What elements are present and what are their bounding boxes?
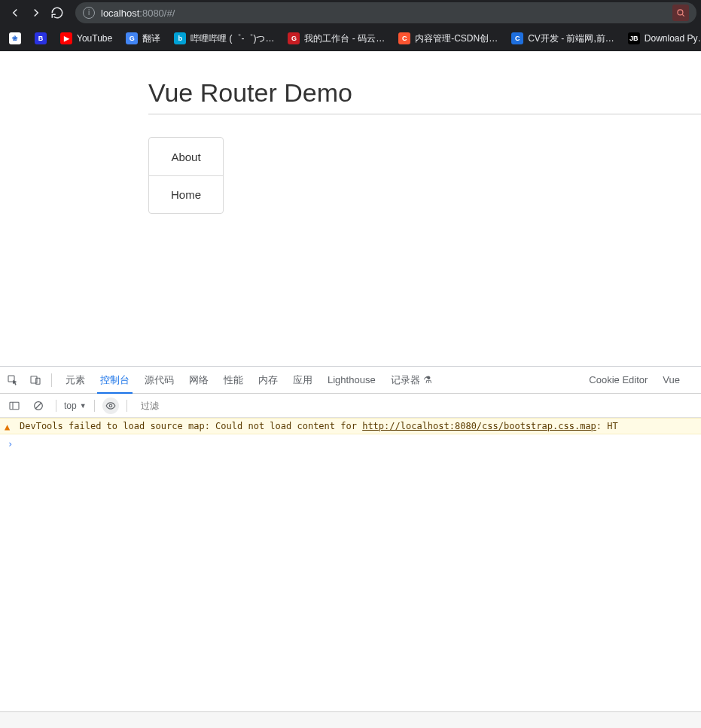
bookmark-favicon: JB: [628, 32, 640, 44]
svg-rect-4: [10, 402, 19, 409]
bookmark-label: 哔哩哔哩 (゜-゜)つ…: [190, 32, 274, 45]
title-divider: [148, 114, 701, 114]
separator: [56, 400, 56, 412]
bookmark-label: YouTube: [77, 33, 112, 44]
console-filter-input[interactable]: [135, 401, 254, 411]
devtools-tab-label: Lighthouse: [328, 374, 376, 385]
bookmark-label: 我的工作台 - 码云…: [304, 32, 385, 45]
devtools-tab[interactable]: Lighthouse: [320, 367, 383, 394]
bookmark-label: CV开发 - 前端网,前…: [528, 32, 614, 45]
devtools-panel: 元素控制台源代码网络性能内存应用Lighthouse记录器⚗ Cookie Ed…: [0, 366, 701, 728]
devtools-tab-label: 性能: [224, 373, 243, 387]
console-prompt[interactable]: ›: [0, 434, 701, 454]
nav-row: i localhost:8080/#/: [0, 0, 701, 26]
router-link-list: AboutHome: [148, 137, 224, 214]
bookmark-item[interactable]: C内容管理-CSDN创…: [392, 29, 504, 48]
bookmark-favicon: ❀: [9, 32, 21, 44]
bookmark-item[interactable]: G我的工作台 - 码云…: [282, 29, 391, 48]
url-host: localhost:8080/#/: [101, 8, 175, 19]
devtools-footer: [0, 711, 701, 728]
bookmark-label: 翻译: [142, 32, 160, 45]
devtools-tab-bar: 元素控制台源代码网络性能内存应用Lighthouse记录器⚗ Cookie Ed…: [0, 367, 701, 394]
router-link-home[interactable]: Home: [149, 175, 223, 213]
devtools-tab[interactable]: 元素: [58, 367, 93, 394]
devtools-tab-label: 源代码: [145, 373, 174, 387]
chevron-down-icon: ▼: [80, 402, 87, 410]
bookmark-favicon: G: [288, 32, 300, 44]
svg-point-6: [109, 404, 112, 407]
devtools-tab-label: 记录器: [391, 373, 420, 387]
warning-url-link[interactable]: http://localhost:8080/css/bootstrap.css.…: [362, 421, 596, 431]
flask-icon: ⚗: [423, 374, 432, 385]
devtools-tab-label: 应用: [293, 373, 312, 387]
address-bar[interactable]: i localhost:8080/#/: [75, 2, 696, 23]
console-context-label: top: [64, 401, 77, 411]
console-warning-row[interactable]: ▲ DevTools failed to load source map: Co…: [0, 418, 701, 434]
bookmark-item[interactable]: JBDownload Py…: [622, 29, 701, 47]
separator: [51, 373, 52, 387]
devtools-extension-tab[interactable]: Vue: [655, 367, 687, 394]
separator: [126, 400, 127, 412]
bookmark-favicon: ▶: [60, 32, 72, 44]
bookmarks-bar: ❀B▶YouTubeG翻译b哔哩哔哩 (゜-゜)つ…G我的工作台 - 码云…C内…: [0, 26, 701, 51]
console-context-selector[interactable]: top ▼: [64, 401, 87, 411]
warning-text-suffix: : HT: [596, 421, 618, 431]
site-info-icon[interactable]: i: [83, 7, 95, 19]
separator: [94, 400, 95, 412]
forward-button[interactable]: [26, 2, 47, 23]
devtools-tab[interactable]: 应用: [285, 367, 320, 394]
bookmark-favicon: G: [126, 32, 138, 44]
browser-chrome: i localhost:8080/#/ ❀B▶YouTubeG翻译b哔哩哔哩 (…: [0, 0, 701, 51]
console-output: ▲ DevTools failed to load source map: Co…: [0, 418, 701, 711]
console-sidebar-toggle-icon[interactable]: [5, 396, 24, 416]
bookmark-item[interactable]: ▶YouTube: [54, 29, 118, 47]
bookmark-item[interactable]: ❀: [3, 29, 27, 47]
bookmark-favicon: C: [398, 32, 410, 44]
devtools-tab[interactable]: 控制台: [93, 367, 137, 394]
warning-text-prefix: DevTools failed to load source map: Coul…: [20, 421, 362, 431]
page-content: Vue Router Demo AboutHome: [0, 51, 701, 366]
page-title: Vue Router Demo: [148, 78, 701, 111]
bookmark-item[interactable]: CCV开发 - 前端网,前…: [505, 29, 620, 48]
bookmark-label: 内容管理-CSDN创…: [415, 32, 498, 45]
clear-console-icon[interactable]: [29, 396, 48, 416]
devtools-tab[interactable]: 内存: [251, 367, 285, 394]
svg-point-0: [678, 10, 683, 15]
live-expression-icon[interactable]: [102, 398, 119, 414]
devtools-tab[interactable]: 记录器⚗: [383, 367, 440, 394]
console-toolbar: top ▼: [0, 394, 701, 418]
devtools-tab-label: 控制台: [100, 373, 130, 387]
bookmark-favicon: b: [174, 32, 186, 44]
devtools-tab[interactable]: 源代码: [137, 367, 181, 394]
devtools-extension-tab[interactable]: Cookie Editor: [581, 367, 655, 394]
bookmark-item[interactable]: B: [29, 29, 53, 47]
warning-icon: ▲: [5, 422, 10, 432]
devtools-tab[interactable]: 网络: [181, 367, 216, 394]
bookmark-favicon: C: [511, 32, 523, 44]
router-link-about[interactable]: About: [149, 138, 223, 175]
back-button[interactable]: [5, 2, 26, 23]
bookmark-favicon: B: [35, 32, 47, 44]
devtools-right-tabs: Cookie EditorVue: [571, 367, 698, 394]
inspect-element-icon[interactable]: [3, 370, 23, 390]
devtools-tab-label: 内存: [258, 373, 278, 387]
device-toggle-icon[interactable]: [26, 370, 45, 390]
devtools-tab-label: 网络: [189, 373, 209, 387]
bookmark-label: Download Py…: [645, 33, 701, 44]
bookmark-item[interactable]: b哔哩哔哩 (゜-゜)つ…: [168, 29, 280, 48]
reload-button[interactable]: [47, 2, 68, 23]
bookmark-item[interactable]: G翻译: [120, 29, 166, 48]
devtools-tab[interactable]: 性能: [216, 367, 251, 394]
devtools-tab-label: 元素: [66, 373, 85, 387]
address-search-icon[interactable]: [672, 5, 689, 21]
